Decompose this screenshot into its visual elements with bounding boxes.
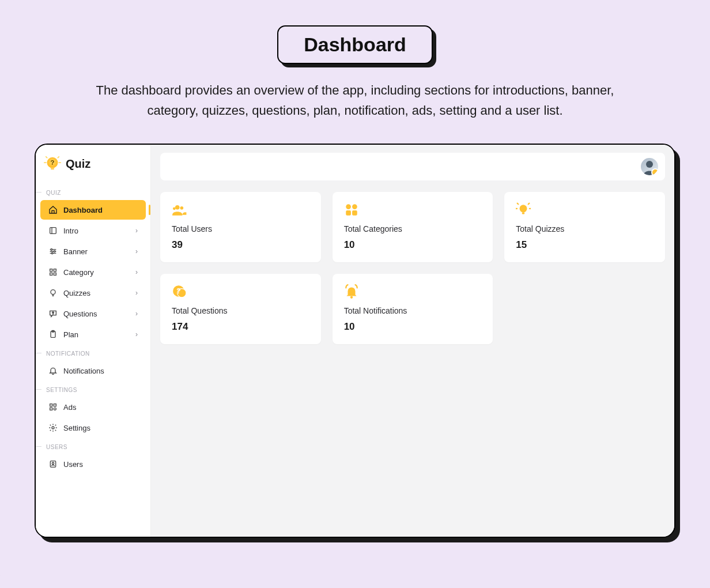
card-total-quizzes: Total Quizzes 15 — [504, 192, 665, 262]
lightbulb-question-icon: ? — [44, 155, 61, 172]
svg-rect-1 — [51, 168, 54, 170]
svg-rect-37 — [522, 213, 524, 214]
svg-text:?: ? — [52, 311, 54, 315]
sidebar-item-questions[interactable]: ? Questions › — [40, 304, 146, 323]
svg-point-25 — [52, 427, 54, 429]
card-label: Total Users — [172, 224, 309, 233]
lightbulb-icon — [48, 288, 58, 297]
nav-label: Banner — [63, 247, 88, 256]
chevron-right-icon: › — [135, 227, 138, 235]
section-quiz-label: QUIZ — [36, 184, 150, 199]
sidebar-item-banner[interactable]: Banner › — [40, 242, 146, 261]
nav-label: Users — [63, 460, 83, 469]
svg-point-32 — [346, 205, 351, 210]
sidebar-item-plan[interactable]: Plan › — [40, 325, 146, 344]
card-value: 10 — [344, 239, 482, 251]
section-notification-label: NOTIFICATION — [36, 345, 150, 360]
card-label: Total Quizzes — [516, 224, 654, 233]
ads-grid-icon — [48, 402, 58, 412]
home-icon — [48, 205, 58, 214]
sidebar-item-intro[interactable]: Intro › — [40, 221, 146, 240]
svg-point-31 — [173, 208, 176, 210]
card-label: Total Categories — [344, 224, 482, 233]
chevron-right-icon: › — [135, 268, 138, 276]
card-total-users: Total Users 39 — [160, 192, 321, 262]
card-total-notifications: Total Notifications 10 — [333, 274, 493, 344]
avatar[interactable] — [641, 158, 658, 175]
svg-rect-35 — [352, 210, 357, 216]
intro-icon — [48, 226, 58, 235]
nav-label: Settings — [63, 424, 90, 432]
nav-label: Ads — [63, 403, 76, 412]
sidebar-item-settings[interactable]: Settings — [40, 418, 146, 438]
card-value: 39 — [172, 239, 309, 251]
card-total-questions: ? Total Questions 174 — [160, 274, 321, 344]
nav-label: Category — [63, 268, 94, 277]
chevron-right-icon: › — [135, 310, 138, 318]
svg-rect-13 — [50, 273, 52, 276]
svg-rect-22 — [54, 404, 56, 406]
nav-label: Intro — [63, 227, 78, 235]
chevron-right-icon: › — [135, 289, 138, 297]
svg-point-27 — [52, 462, 54, 464]
svg-point-33 — [352, 205, 357, 210]
svg-point-8 — [51, 249, 52, 251]
card-label: Total Questions — [172, 306, 309, 315]
sidebar-item-category[interactable]: Category › — [40, 262, 146, 282]
card-value: 174 — [172, 321, 309, 333]
svg-rect-23 — [50, 408, 52, 410]
chevron-right-icon: › — [135, 330, 138, 338]
svg-rect-3 — [50, 228, 56, 234]
card-value: 15 — [516, 239, 654, 251]
svg-point-9 — [54, 251, 55, 252]
card-value: 10 — [344, 321, 482, 333]
section-settings-label: SETTINGS — [36, 381, 150, 397]
sidebar-item-ads[interactable]: Ads — [40, 397, 146, 417]
svg-rect-12 — [54, 269, 56, 272]
sliders-icon — [48, 247, 58, 256]
app-window: ? Quiz QUIZ Dashboard Intro › — [35, 144, 675, 538]
section-users-label: USERS — [36, 438, 150, 454]
sidebar-item-dashboard[interactable]: Dashboard — [40, 200, 146, 220]
grid-icon — [48, 267, 58, 277]
sidebar-item-quizzes[interactable]: Quizzes › — [40, 283, 146, 303]
question-bubble-icon: ? — [172, 284, 309, 300]
sidebar-item-users[interactable]: Users — [40, 454, 146, 474]
sidebar: ? Quiz QUIZ Dashboard Intro › — [36, 145, 151, 537]
svg-point-29 — [175, 205, 180, 210]
nav-label: Notifications — [63, 367, 104, 375]
stats-grid: Total Users 39 Total Categories 10 Total… — [160, 192, 665, 344]
clipboard-icon — [48, 330, 58, 339]
nav-label: Dashboard — [63, 206, 103, 214]
bell-icon — [48, 366, 58, 375]
svg-point-30 — [180, 206, 184, 210]
brand: ? Quiz — [36, 153, 150, 184]
nav-label: Plan — [63, 330, 78, 339]
page-title: Dashboard — [277, 25, 433, 64]
main-area: Total Users 39 Total Categories 10 Total… — [151, 145, 674, 537]
svg-point-28 — [646, 161, 653, 168]
svg-rect-21 — [50, 404, 52, 406]
svg-point-10 — [51, 252, 53, 254]
brand-name: Quiz — [66, 157, 90, 171]
svg-point-36 — [520, 205, 527, 213]
svg-rect-34 — [346, 210, 351, 216]
svg-text:?: ? — [51, 159, 55, 166]
sidebar-item-notifications[interactable]: Notifications — [40, 361, 146, 380]
nav-label: Questions — [63, 310, 97, 318]
svg-point-41 — [350, 296, 352, 299]
chevron-right-icon: › — [135, 247, 138, 255]
page-subtitle: The dashboard provides an overview of th… — [73, 80, 637, 120]
svg-point-15 — [51, 290, 55, 295]
chat-question-icon: ? — [48, 309, 58, 318]
svg-text:?: ? — [176, 288, 180, 296]
svg-rect-11 — [50, 269, 52, 272]
nav-label: Quizzes — [63, 289, 90, 297]
bell-ring-icon — [344, 284, 482, 300]
card-label: Total Notifications — [344, 306, 482, 315]
topbar — [160, 153, 665, 180]
user-icon — [48, 459, 58, 469]
users-icon — [172, 202, 309, 218]
quiz-bulb-icon — [516, 202, 654, 218]
categories-icon — [344, 202, 482, 218]
